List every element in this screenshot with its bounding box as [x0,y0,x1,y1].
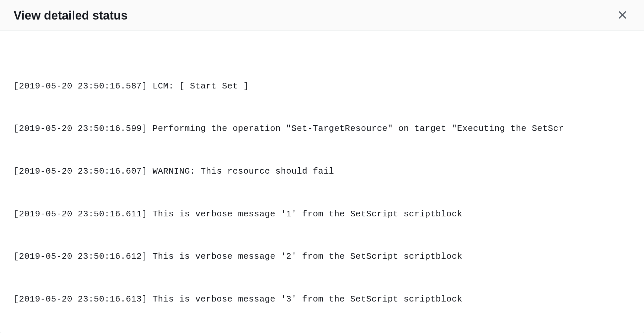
modal-body: [2019-05-20 23:50:16.587] LCM: [ Start S… [0,31,644,333]
log-line: [2019-05-20 23:50:16.587] LCM: [ Start S… [14,79,630,93]
log-line: [2019-05-20 23:50:16.611] This is verbos… [14,207,630,221]
modal-header: View detailed status [0,0,644,31]
close-button[interactable] [614,7,630,24]
log-line: [2019-05-20 23:50:16.613] This is verbos… [14,292,630,306]
close-icon [617,10,628,21]
log-line: [2019-05-20 23:50:16.599] Performing the… [14,122,630,136]
modal-title: View detailed status [14,9,127,23]
log-line: [2019-05-20 23:50:16.607] WARNING: This … [14,164,630,179]
log-output: [2019-05-20 23:50:16.587] LCM: [ Start S… [14,51,630,333]
status-modal: View detailed status [2019-05-20 23:50:1… [0,0,644,333]
log-line: [2019-05-20 23:50:16.612] This is verbos… [14,250,630,264]
